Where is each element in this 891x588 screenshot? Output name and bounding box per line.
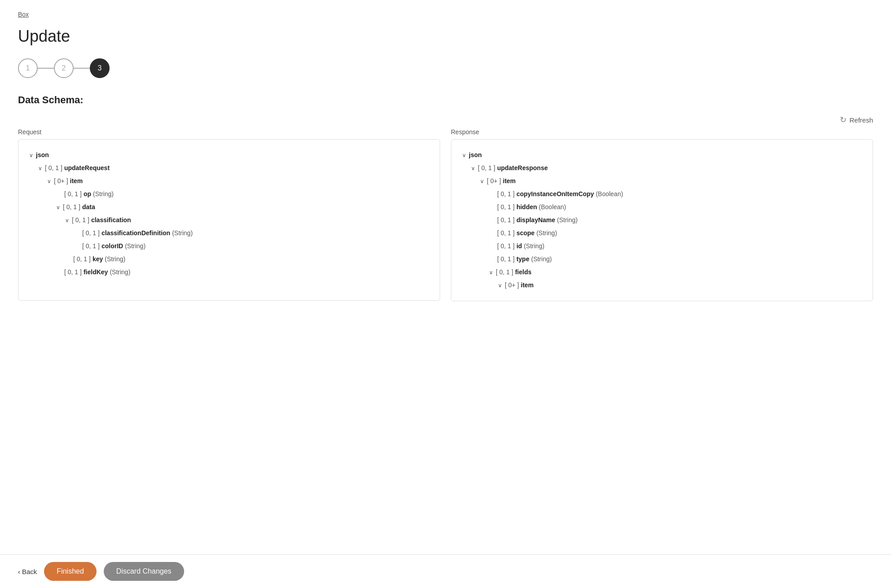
finished-button[interactable]: Finished (44, 562, 96, 581)
tree-node[interactable]: ∨[ 0, 1 ] fields (462, 266, 862, 279)
range-label: [ 0, 1 ] (478, 163, 495, 173)
range-label: [ 0, 1 ] (497, 241, 515, 251)
top-right-bar: ↻ Refresh (18, 115, 873, 125)
field-type: (String) (524, 241, 544, 251)
request-panel-wrapper: Request ∨json∨[ 0, 1 ] updateRequest∨[ 0… (18, 128, 440, 301)
field-name: id (516, 241, 522, 251)
bottom-bar: ‹ Back Finished Discard Changes (0, 554, 891, 588)
field-type: (String) (531, 255, 552, 264)
field-name: key (93, 255, 103, 264)
tree-node: [ 0, 1 ] hidden (Boolean) (462, 201, 862, 214)
step-line-1 (38, 68, 54, 69)
field-type: (String) (536, 228, 557, 238)
range-label: [ 0+ ] (505, 281, 519, 290)
field-name: updateRequest (64, 163, 110, 173)
chevron-icon: ∨ (480, 177, 484, 185)
tree-node: [ 0, 1 ] displayName (String) (462, 214, 862, 227)
stepper: 1 2 3 (18, 58, 873, 78)
range-label: [ 0+ ] (54, 176, 68, 186)
tree-node: [ 0, 1 ] type (String) (462, 253, 862, 266)
field-type: (Boolean) (596, 189, 623, 199)
tree-node: [ 0, 1 ] op (String) (29, 188, 429, 201)
field-name: type (516, 255, 529, 264)
page-wrapper: Box Update 1 2 3 Data Schema: ↻ Refresh … (0, 0, 891, 588)
field-name: displayName (516, 215, 555, 225)
step-1[interactable]: 1 (18, 58, 38, 78)
request-panel: ∨json∨[ 0, 1 ] updateRequest∨[ 0+ ] item… (18, 139, 440, 301)
field-name: item (503, 176, 516, 186)
tree-node[interactable]: ∨[ 0+ ] item (462, 279, 862, 292)
chevron-icon: ∨ (462, 151, 466, 159)
tree-node[interactable]: ∨[ 0, 1 ] updateResponse (462, 162, 862, 175)
field-type: (String) (125, 241, 146, 251)
field-type: (Boolean) (539, 202, 566, 212)
field-name: classificationDefinition (101, 228, 170, 238)
range-label: [ 0, 1 ] (497, 215, 515, 225)
range-label: [ 0, 1 ] (82, 228, 100, 238)
field-type: (String) (105, 255, 125, 264)
chevron-icon: ∨ (498, 281, 502, 290)
response-panel: ∨json∨[ 0, 1 ] updateResponse∨[ 0+ ] ite… (451, 139, 873, 301)
request-label: Request (18, 128, 440, 136)
range-label: [ 0, 1 ] (82, 241, 100, 251)
step-2[interactable]: 2 (54, 58, 74, 78)
tree-node: [ 0, 1 ] fieldKey (String) (29, 266, 429, 279)
tree-node: [ 0, 1 ] id (String) (462, 240, 862, 253)
chevron-icon: ∨ (38, 164, 42, 172)
chevron-icon: ∨ (65, 216, 69, 224)
field-type: (String) (557, 215, 578, 225)
breadcrumb: Box (18, 11, 873, 18)
range-label: [ 0, 1 ] (63, 202, 80, 212)
data-schema-title: Data Schema: (18, 94, 873, 106)
tree-node: [ 0, 1 ] colorID (String) (29, 240, 429, 253)
range-label: [ 0, 1 ] (497, 228, 515, 238)
tree-node[interactable]: ∨[ 0+ ] item (29, 175, 429, 188)
breadcrumb-link[interactable]: Box (18, 11, 29, 18)
range-label: [ 0, 1 ] (497, 202, 515, 212)
field-name: data (82, 202, 95, 212)
field-name: copyInstanceOnItemCopy (516, 189, 594, 199)
chevron-icon: ∨ (56, 203, 60, 211)
field-name: scope (516, 228, 534, 238)
range-label: [ 0, 1 ] (73, 255, 91, 264)
page-title: Update (18, 27, 873, 46)
range-label: [ 0, 1 ] (45, 163, 62, 173)
tree-node[interactable]: ∨json (29, 149, 429, 162)
tree-node[interactable]: ∨[ 0, 1 ] classification (29, 214, 429, 227)
field-type: (String) (172, 228, 193, 238)
range-label: [ 0, 1 ] (64, 268, 82, 277)
back-arrow-icon: ‹ (18, 568, 20, 575)
discard-button[interactable]: Discard Changes (104, 562, 184, 581)
back-button[interactable]: ‹ Back (18, 568, 37, 575)
field-name: json (469, 150, 482, 160)
chevron-icon: ∨ (489, 268, 493, 276)
tree-node: [ 0, 1 ] scope (String) (462, 227, 862, 240)
range-label: [ 0, 1 ] (497, 255, 515, 264)
tree-node[interactable]: ∨[ 0, 1 ] updateRequest (29, 162, 429, 175)
field-name: item (70, 176, 83, 186)
tree-node[interactable]: ∨[ 0+ ] item (462, 175, 862, 188)
tree-node[interactable]: ∨[ 0, 1 ] data (29, 201, 429, 214)
step-line-2 (74, 68, 90, 69)
tree-node: [ 0, 1 ] copyInstanceOnItemCopy (Boolean… (462, 188, 862, 201)
response-label: Response (451, 128, 873, 136)
chevron-icon: ∨ (471, 164, 475, 172)
field-name: fields (515, 268, 532, 277)
tree-node: [ 0, 1 ] key (String) (29, 253, 429, 266)
field-name: classification (91, 215, 131, 225)
response-panel-wrapper: Response ∨json∨[ 0, 1 ] updateResponse∨[… (451, 128, 873, 301)
field-name: op (84, 189, 91, 199)
refresh-icon: ↻ (840, 115, 847, 125)
field-name: updateResponse (497, 163, 548, 173)
chevron-icon: ∨ (29, 151, 33, 159)
range-label: [ 0, 1 ] (64, 189, 82, 199)
tree-node[interactable]: ∨json (462, 149, 862, 162)
field-type: (String) (110, 268, 130, 277)
refresh-button[interactable]: ↻ Refresh (840, 115, 873, 125)
chevron-icon: ∨ (47, 177, 51, 185)
schema-container: Request ∨json∨[ 0, 1 ] updateRequest∨[ 0… (18, 128, 873, 301)
step-3[interactable]: 3 (90, 58, 110, 78)
field-name: hidden (516, 202, 537, 212)
range-label: [ 0, 1 ] (72, 215, 89, 225)
field-type: (String) (93, 189, 114, 199)
